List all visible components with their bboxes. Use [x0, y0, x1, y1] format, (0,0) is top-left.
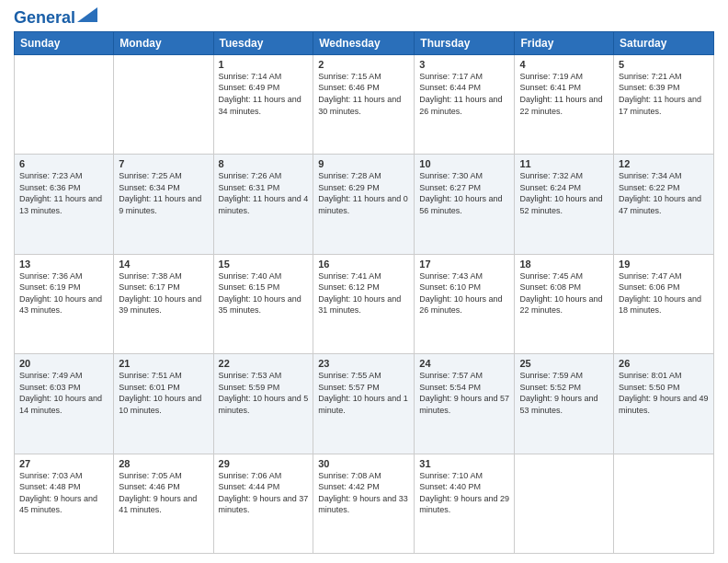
day-header-saturday: Saturday [614, 31, 714, 54]
week-row-4: 20Sunrise: 7:49 AM Sunset: 6:03 PM Dayli… [15, 354, 714, 454]
day-header-monday: Monday [114, 31, 213, 54]
week-row-5: 27Sunrise: 7:03 AM Sunset: 4:48 PM Dayli… [15, 454, 714, 553]
day-info: Sunrise: 7:34 AM Sunset: 6:22 PM Dayligh… [619, 170, 709, 216]
day-info: Sunrise: 7:57 AM Sunset: 5:54 PM Dayligh… [419, 370, 509, 416]
day-cell: 25Sunrise: 7:59 AM Sunset: 5:52 PM Dayli… [515, 354, 614, 454]
day-number: 22 [219, 358, 309, 369]
day-info: Sunrise: 7:30 AM Sunset: 6:27 PM Dayligh… [419, 170, 509, 216]
day-number: 11 [519, 158, 609, 169]
day-cell: 7Sunrise: 7:25 AM Sunset: 6:34 PM Daylig… [114, 155, 213, 254]
day-header-tuesday: Tuesday [213, 31, 313, 54]
day-cell: 29Sunrise: 7:06 AM Sunset: 4:44 PM Dayli… [213, 454, 313, 553]
day-info: Sunrise: 7:21 AM Sunset: 6:39 PM Dayligh… [619, 71, 709, 117]
day-cell: 2Sunrise: 7:15 AM Sunset: 6:46 PM Daylig… [313, 54, 415, 154]
day-number: 13 [19, 259, 108, 270]
day-number: 12 [619, 158, 709, 169]
day-cell: 1Sunrise: 7:14 AM Sunset: 6:49 PM Daylig… [213, 54, 313, 154]
day-info: Sunrise: 7:53 AM Sunset: 5:59 PM Dayligh… [219, 370, 309, 416]
day-cell: 30Sunrise: 7:08 AM Sunset: 4:42 PM Dayli… [313, 454, 415, 553]
day-number: 7 [119, 158, 208, 169]
day-number: 30 [318, 458, 409, 469]
day-info: Sunrise: 7:36 AM Sunset: 6:19 PM Dayligh… [19, 270, 108, 316]
day-cell: 31Sunrise: 7:10 AM Sunset: 4:40 PM Dayli… [415, 454, 515, 553]
svg-marker-0 [77, 7, 97, 22]
calendar-table: SundayMondayTuesdayWednesdayThursdayFrid… [14, 31, 714, 554]
day-cell: 28Sunrise: 7:05 AM Sunset: 4:46 PM Dayli… [114, 454, 213, 553]
day-info: Sunrise: 7:49 AM Sunset: 6:03 PM Dayligh… [19, 370, 108, 416]
logo-icon [77, 7, 97, 22]
week-row-3: 13Sunrise: 7:36 AM Sunset: 6:19 PM Dayli… [15, 254, 714, 353]
day-number: 16 [318, 259, 409, 270]
day-cell: 17Sunrise: 7:43 AM Sunset: 6:10 PM Dayli… [415, 254, 515, 353]
day-number: 10 [419, 158, 509, 169]
day-number: 25 [519, 358, 609, 369]
day-cell: 4Sunrise: 7:19 AM Sunset: 6:41 PM Daylig… [515, 54, 614, 154]
day-number: 6 [19, 158, 108, 169]
day-number: 26 [619, 358, 709, 369]
day-info: Sunrise: 7:14 AM Sunset: 6:49 PM Dayligh… [219, 71, 309, 117]
day-cell: 8Sunrise: 7:26 AM Sunset: 6:31 PM Daylig… [213, 155, 313, 254]
day-cell: 21Sunrise: 7:51 AM Sunset: 6:01 PM Dayli… [114, 354, 213, 454]
day-cell [614, 454, 714, 553]
day-info: Sunrise: 7:38 AM Sunset: 6:17 PM Dayligh… [119, 270, 208, 316]
day-number: 21 [119, 358, 208, 369]
day-info: Sunrise: 7:25 AM Sunset: 6:34 PM Dayligh… [119, 170, 208, 216]
day-cell: 26Sunrise: 8:01 AM Sunset: 5:50 PM Dayli… [614, 354, 714, 454]
day-info: Sunrise: 7:06 AM Sunset: 4:44 PM Dayligh… [219, 470, 309, 516]
day-number: 14 [119, 259, 208, 270]
day-cell [114, 54, 213, 154]
day-number: 1 [219, 59, 309, 70]
day-number: 4 [519, 59, 609, 70]
day-info: Sunrise: 7:41 AM Sunset: 6:12 PM Dayligh… [318, 270, 409, 316]
day-header-sunday: Sunday [15, 31, 114, 54]
day-number: 28 [119, 458, 208, 469]
day-info: Sunrise: 7:47 AM Sunset: 6:06 PM Dayligh… [619, 270, 709, 316]
day-cell [15, 54, 114, 154]
day-cell: 15Sunrise: 7:40 AM Sunset: 6:15 PM Dayli… [213, 254, 313, 353]
day-info: Sunrise: 7:59 AM Sunset: 5:52 PM Dayligh… [519, 370, 609, 416]
day-number: 20 [19, 358, 108, 369]
day-info: Sunrise: 7:17 AM Sunset: 6:44 PM Dayligh… [419, 71, 509, 117]
week-row-2: 6Sunrise: 7:23 AM Sunset: 6:36 PM Daylig… [15, 155, 714, 254]
day-number: 23 [318, 358, 409, 369]
day-cell: 6Sunrise: 7:23 AM Sunset: 6:36 PM Daylig… [15, 155, 114, 254]
day-info: Sunrise: 7:45 AM Sunset: 6:08 PM Dayligh… [519, 270, 609, 316]
day-info: Sunrise: 7:10 AM Sunset: 4:40 PM Dayligh… [419, 470, 509, 516]
day-number: 5 [619, 59, 709, 70]
day-info: Sunrise: 7:43 AM Sunset: 6:10 PM Dayligh… [419, 270, 509, 316]
day-cell: 27Sunrise: 7:03 AM Sunset: 4:48 PM Dayli… [15, 454, 114, 553]
day-header-thursday: Thursday [415, 31, 515, 54]
day-number: 18 [519, 259, 609, 270]
day-cell: 20Sunrise: 7:49 AM Sunset: 6:03 PM Dayli… [15, 354, 114, 454]
day-info: Sunrise: 7:23 AM Sunset: 6:36 PM Dayligh… [19, 170, 108, 216]
day-cell: 18Sunrise: 7:45 AM Sunset: 6:08 PM Dayli… [515, 254, 614, 353]
day-number: 9 [318, 158, 409, 169]
day-cell: 12Sunrise: 7:34 AM Sunset: 6:22 PM Dayli… [614, 155, 714, 254]
day-cell: 14Sunrise: 7:38 AM Sunset: 6:17 PM Dayli… [114, 254, 213, 353]
day-cell: 9Sunrise: 7:28 AM Sunset: 6:29 PM Daylig… [313, 155, 415, 254]
day-number: 19 [619, 259, 709, 270]
day-info: Sunrise: 7:28 AM Sunset: 6:29 PM Dayligh… [318, 170, 409, 216]
calendar-header-row: SundayMondayTuesdayWednesdayThursdayFrid… [15, 31, 714, 54]
day-cell: 10Sunrise: 7:30 AM Sunset: 6:27 PM Dayli… [415, 155, 515, 254]
day-cell: 23Sunrise: 7:55 AM Sunset: 5:57 PM Dayli… [313, 354, 415, 454]
day-number: 27 [19, 458, 108, 469]
day-number: 24 [419, 358, 509, 369]
day-info: Sunrise: 7:51 AM Sunset: 6:01 PM Dayligh… [119, 370, 208, 416]
day-number: 8 [219, 158, 309, 169]
day-info: Sunrise: 7:55 AM Sunset: 5:57 PM Dayligh… [318, 370, 409, 416]
day-header-friday: Friday [515, 31, 614, 54]
day-cell [515, 454, 614, 553]
logo: General [14, 9, 97, 24]
day-number: 2 [318, 59, 409, 70]
day-cell: 19Sunrise: 7:47 AM Sunset: 6:06 PM Dayli… [614, 254, 714, 353]
day-number: 31 [419, 458, 509, 469]
week-row-1: 1Sunrise: 7:14 AM Sunset: 6:49 PM Daylig… [15, 54, 714, 154]
page: General SundayMondayTuesdayWednesdayThur… [0, 0, 728, 563]
day-info: Sunrise: 7:19 AM Sunset: 6:41 PM Dayligh… [519, 71, 609, 117]
day-number: 15 [219, 259, 309, 270]
day-number: 17 [419, 259, 509, 270]
day-cell: 5Sunrise: 7:21 AM Sunset: 6:39 PM Daylig… [614, 54, 714, 154]
day-cell: 3Sunrise: 7:17 AM Sunset: 6:44 PM Daylig… [415, 54, 515, 154]
day-number: 29 [219, 458, 309, 469]
